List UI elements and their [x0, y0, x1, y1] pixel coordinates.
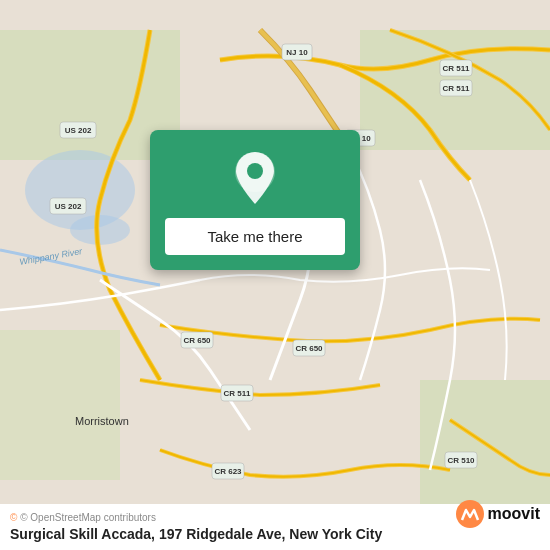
svg-text:US 202: US 202: [65, 126, 92, 135]
map-svg: Whippany River NJ 10 NJ 10 US 202 US 202…: [0, 0, 550, 550]
moovit-logo: moovit: [456, 500, 540, 528]
svg-text:US 202: US 202: [55, 202, 82, 211]
svg-text:Whippany River: Whippany River: [19, 246, 84, 267]
svg-point-5: [70, 215, 130, 245]
svg-text:CR 650: CR 650: [295, 344, 323, 353]
svg-text:CR 511: CR 511: [442, 64, 470, 73]
svg-text:CR 511: CR 511: [223, 389, 251, 398]
attribution-text: © OpenStreetMap contributors: [20, 512, 156, 523]
svg-rect-2: [420, 380, 550, 520]
moovit-text: moovit: [488, 505, 540, 523]
svg-text:CR 510: CR 510: [447, 456, 475, 465]
svg-text:CR 511: CR 511: [442, 84, 470, 93]
location-card: Take me there: [150, 130, 360, 270]
location-pin-icon: [231, 150, 279, 206]
svg-text:CR 623: CR 623: [214, 467, 242, 476]
svg-text:Morristown: Morristown: [75, 415, 129, 427]
svg-point-31: [247, 163, 263, 179]
attribution-icon: ©: [10, 512, 17, 523]
svg-rect-3: [0, 330, 120, 480]
map-container: Whippany River NJ 10 NJ 10 US 202 US 202…: [0, 0, 550, 550]
svg-text:CR 650: CR 650: [183, 336, 211, 345]
svg-point-32: [456, 500, 484, 528]
take-me-there-button[interactable]: Take me there: [165, 218, 345, 255]
location-title: Surgical Skill Accada, 197 Ridgedale Ave…: [10, 526, 540, 542]
svg-text:NJ 10: NJ 10: [286, 48, 308, 57]
moovit-icon: [456, 500, 484, 528]
svg-point-4: [25, 150, 135, 230]
